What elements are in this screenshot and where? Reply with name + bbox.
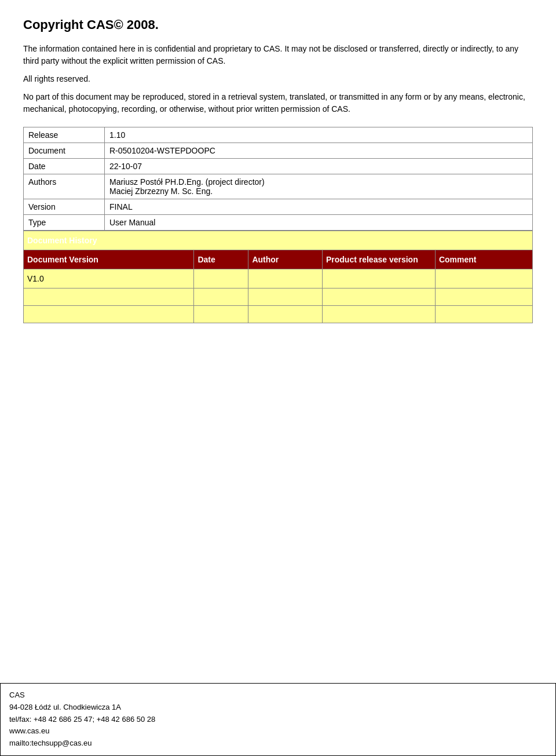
info-row: Date22-10-07 xyxy=(24,159,533,174)
history-table: Document History Document VersionDateAut… xyxy=(23,231,533,323)
info-value: 1.10 xyxy=(105,127,533,143)
info-value: FINAL xyxy=(105,199,533,215)
history-cell xyxy=(24,288,194,306)
history-row xyxy=(24,306,533,323)
info-value: 22-10-07 xyxy=(105,159,533,174)
info-value: User Manual xyxy=(105,215,533,231)
history-cell xyxy=(322,306,435,323)
history-cell xyxy=(248,269,323,288)
history-cell xyxy=(435,306,532,323)
info-value: R-05010204-WSTEPDOOPC xyxy=(105,143,533,159)
history-col-header: Document Version xyxy=(24,250,194,269)
info-label: Authors xyxy=(24,174,105,199)
info-label: Release xyxy=(24,127,105,143)
footer-email: mailto:techsupp@cas.eu xyxy=(9,737,547,750)
intro-p1: The information contained here in is con… xyxy=(23,43,533,67)
page-content: Copyright CAS© 2008. The information con… xyxy=(0,0,556,393)
history-cell xyxy=(194,288,248,306)
history-cell xyxy=(435,269,532,288)
info-label: Date xyxy=(24,159,105,174)
info-row: TypeUser Manual xyxy=(24,215,533,231)
history-cell xyxy=(194,269,248,288)
history-cell xyxy=(194,306,248,323)
history-cell xyxy=(322,288,435,306)
footer-company: CAS xyxy=(9,689,547,702)
footer-phone: tel/fax: +48 42 686 25 47; +48 42 686 50… xyxy=(9,714,547,726)
history-row: V1.0 xyxy=(24,269,533,288)
history-col-header: Comment xyxy=(435,250,532,269)
intro-p3: All rights reserved. xyxy=(23,73,533,85)
history-col-header: Date xyxy=(194,250,248,269)
info-row: Release1.10 xyxy=(24,127,533,143)
info-label: Version xyxy=(24,199,105,215)
history-cell: V1.0 xyxy=(24,269,194,288)
page-title: Copyright CAS© 2008. xyxy=(23,17,533,32)
info-label: Type xyxy=(24,215,105,231)
footer: CAS 94-028 Łódź ul. Chodkiewicza 1A tel/… xyxy=(0,683,556,756)
info-row: VersionFINAL xyxy=(24,199,533,215)
history-cell xyxy=(248,288,323,306)
history-cell xyxy=(322,269,435,288)
history-row xyxy=(24,288,533,306)
history-cell xyxy=(248,306,323,323)
info-value: Mariusz Postół PH.D.Eng. (project direct… xyxy=(105,174,533,199)
history-col-header: Product release version xyxy=(322,250,435,269)
footer-website: www.cas.eu xyxy=(9,725,547,737)
doc-history-header: Document History xyxy=(24,231,533,250)
footer-address: 94-028 Łódź ul. Chodkiewicza 1A xyxy=(9,702,547,714)
info-row: AuthorsMariusz Postół PH.D.Eng. (project… xyxy=(24,174,533,199)
info-row: DocumentR-05010204-WSTEPDOOPC xyxy=(24,143,533,159)
history-cell xyxy=(24,306,194,323)
history-cell xyxy=(435,288,532,306)
history-col-header: Author xyxy=(248,250,323,269)
info-table: Release1.10DocumentR-05010204-WSTEPDOOPC… xyxy=(23,127,533,231)
info-label: Document xyxy=(24,143,105,159)
intro-p4: No part of this document may be reproduc… xyxy=(23,91,533,115)
